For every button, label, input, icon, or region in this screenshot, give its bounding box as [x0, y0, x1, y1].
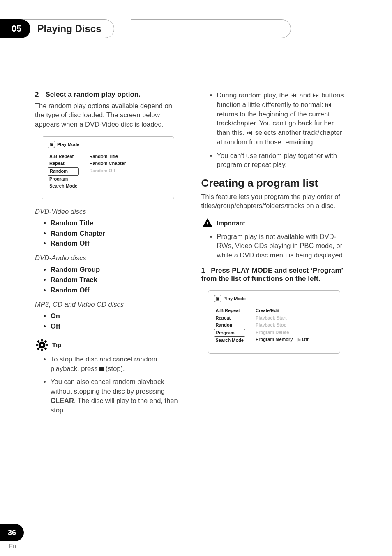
important-item: Program play is not available with DVD-R… — [217, 232, 347, 260]
option-item: Random Title — [89, 153, 168, 160]
svg-rect-2 — [41, 349, 43, 351]
play-mode-icon: ▣ — [214, 295, 221, 302]
step-text: Select a random play option. — [45, 90, 140, 99]
tip-bold: CLEAR — [51, 397, 74, 404]
menu-item: A-B Repeat — [214, 307, 245, 315]
chapter-number-badge: 05 — [0, 19, 30, 38]
menu-item-selected: Random — [48, 167, 79, 176]
svg-rect-4 — [46, 344, 48, 346]
play-mode-gui: ▣ Play Mode A-B Repeat Repeat Random Pro… — [42, 136, 174, 199]
prev-track-icon: ⏮ — [325, 100, 332, 109]
option-item: Random Chapter — [89, 160, 168, 167]
option-value: Off — [302, 337, 309, 342]
section-heading: Creating a program list — [201, 177, 347, 190]
option-label: Program Memory — [256, 337, 293, 342]
gui-options-list: Create/Edit Playback Start Playback Stop… — [251, 307, 334, 344]
gui-options-list: Random Title Random Chapter Random Off — [85, 153, 168, 190]
tip-item: You can also cancel random playback with… — [51, 377, 181, 415]
next-track-icon: ⏭ — [246, 128, 253, 137]
disc-type-caption: MP3, CD and Video CD discs — [35, 301, 181, 308]
list-item: Random Chapter — [51, 228, 181, 239]
svg-rect-7 — [37, 347, 40, 350]
page-number-badge: 36 — [0, 524, 24, 541]
menu-item: Search Mode — [214, 337, 245, 344]
continuation-list: During random play, the ⏮ and ⏭ buttons … — [201, 90, 347, 169]
svg-rect-5 — [37, 340, 40, 343]
svg-rect-1 — [41, 339, 43, 341]
prev-track-icon: ⏮ — [291, 90, 297, 100]
triangle-right-icon: ▶ — [298, 336, 301, 343]
option-list: On Off — [35, 311, 181, 331]
play-mode-icon: ▣ — [48, 141, 55, 148]
list-item: Random Off — [51, 238, 181, 248]
text-fragment: During random play, the — [217, 91, 291, 99]
intro-text: The random play options available depend… — [35, 101, 181, 129]
list-item: Random Group — [51, 264, 181, 275]
tip-text: (stop). — [104, 365, 125, 372]
list-item: Off — [51, 321, 181, 331]
stop-icon — [99, 367, 104, 371]
header-bracket — [131, 19, 291, 38]
important-list: Program play is not available with DVD-R… — [201, 232, 347, 260]
list-item: On — [51, 311, 181, 321]
menu-item: Search Mode — [48, 183, 79, 190]
gui-title: Play Mode — [224, 296, 246, 301]
menu-item: A-B Repeat — [48, 153, 79, 160]
option-item: Create/Edit — [256, 307, 334, 315]
svg-rect-3 — [36, 344, 38, 346]
gui-menu-list: A-B Repeat Repeat Random Program Search … — [214, 307, 245, 344]
list-item: Random Off — [51, 285, 181, 295]
step-heading: 2 Select a random play option. — [35, 90, 181, 99]
step-heading: 1 Press PLAY MODE and select ‘Program’ f… — [201, 266, 347, 283]
list-item: Random Track — [51, 275, 181, 285]
step-number: 1 — [201, 266, 205, 274]
tip-list: To stop the disc and cancel random playb… — [35, 354, 181, 415]
list-item: Random Title — [51, 218, 181, 228]
option-item: Program Memory ▶Off — [256, 336, 334, 343]
play-mode-gui: ▣ Play Mode A-B Repeat Repeat Random Pro… — [208, 290, 341, 354]
option-item-dim: Program Delete — [256, 329, 334, 336]
option-list: Random Group Random Track Random Off — [35, 264, 181, 295]
option-item-dim: Playback Stop — [256, 322, 334, 329]
svg-text:!: ! — [206, 220, 208, 227]
option-item-dim: Random Off — [89, 167, 168, 175]
menu-item-selected: Program — [214, 329, 245, 337]
list-item: During random play, the ⏮ and ⏭ buttons … — [217, 90, 347, 147]
gear-icon — [36, 339, 48, 351]
right-column: During random play, the ⏮ and ⏭ buttons … — [201, 90, 347, 419]
gui-title: Play Mode — [57, 142, 79, 147]
svg-rect-6 — [44, 340, 47, 343]
important-label: Important — [217, 220, 245, 227]
tip-text: You can also cancel random playback with… — [51, 378, 165, 395]
disc-type-caption: DVD-Video discs — [35, 208, 181, 215]
next-track-icon: ⏭ — [313, 90, 320, 100]
step-text: Press PLAY MODE and select ‘Program’ fro… — [201, 266, 343, 283]
option-item-dim: Playback Start — [256, 315, 334, 322]
text-fragment: and — [297, 91, 313, 99]
option-list: Random Title Random Chapter Random Off — [35, 218, 181, 248]
left-column: 2 Select a random play option. The rando… — [35, 90, 181, 419]
language-code: En — [9, 543, 16, 549]
step-number: 2 — [35, 90, 39, 99]
gui-menu-list: A-B Repeat Repeat Random Program Search … — [48, 153, 79, 190]
tip-label: Tip — [52, 341, 61, 348]
section-intro: This feature lets you program the play o… — [201, 192, 347, 211]
menu-item: Random — [214, 322, 245, 329]
menu-item: Repeat — [214, 315, 245, 322]
svg-point-9 — [41, 343, 44, 346]
tip-item: To stop the disc and cancel random playb… — [51, 354, 181, 373]
menu-item: Program — [48, 176, 79, 183]
menu-item: Repeat — [48, 160, 79, 167]
svg-rect-8 — [44, 347, 47, 350]
important-icon: ! — [202, 218, 213, 229]
disc-type-caption: DVD-Audio discs — [35, 254, 181, 262]
list-item: You can't use random play together with … — [217, 151, 347, 170]
